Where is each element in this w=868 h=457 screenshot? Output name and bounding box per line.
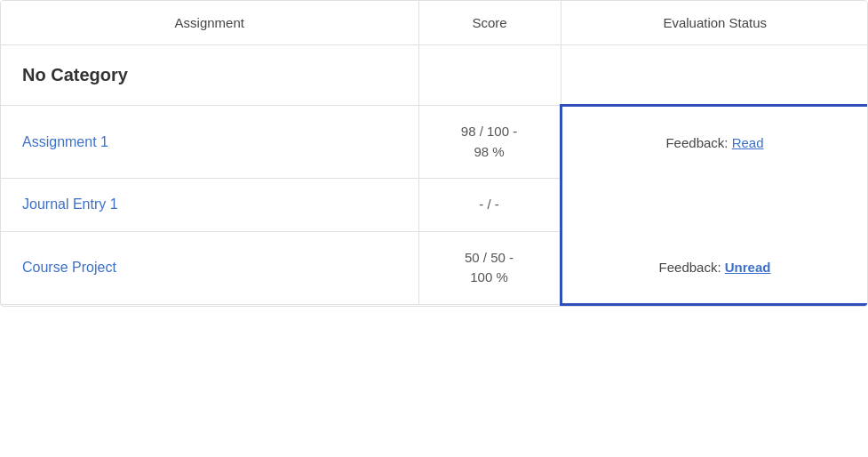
table-row: Assignment 1 98 / 100 - 98 % Feedback: R…	[1, 106, 868, 179]
category-eval-cell	[561, 45, 868, 106]
feedback-unread-link[interactable]: Unread	[725, 260, 771, 275]
category-row: No Category	[1, 45, 868, 106]
table-row: Journal Entry 1 - / -	[1, 179, 868, 232]
score-2: - / -	[441, 195, 538, 215]
eval-cell-3: Feedback: Unread	[561, 231, 868, 304]
score-3: 50 / 50 - 100 %	[441, 248, 538, 288]
col-header-evaluation: Evaluation Status	[561, 1, 868, 45]
gradebook-table: Assignment Score Evaluation Status No Ca…	[0, 0, 868, 307]
eval-cell-1: Feedback: Read	[561, 106, 868, 179]
eval-cell-2	[561, 179, 868, 232]
col-header-score: Score	[418, 1, 561, 45]
table-row: Course Project 50 / 50 - 100 % Feedback:…	[1, 231, 868, 304]
feedback-3: Feedback: Unread	[659, 260, 771, 275]
feedback-read-link[interactable]: Read	[732, 135, 764, 150]
course-project-link[interactable]: Course Project	[22, 260, 116, 275]
category-score-cell	[418, 45, 561, 106]
assignment-1-link[interactable]: Assignment 1	[22, 134, 108, 149]
category-label: No Category	[22, 65, 128, 84]
score-1: 98 / 100 - 98 %	[441, 122, 538, 162]
journal-entry-1-link[interactable]: Journal Entry 1	[22, 196, 118, 212]
feedback-1: Feedback: Read	[665, 135, 763, 150]
col-header-assignment: Assignment	[1, 1, 418, 45]
